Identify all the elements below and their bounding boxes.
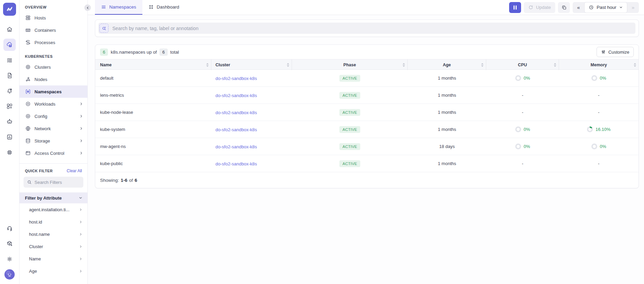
sidebar-item-access-control[interactable]: Access Control (19, 147, 87, 159)
attribute-item-agent-installation[interactable]: agent.installation.ti... (19, 203, 87, 216)
rail-document-icon[interactable] (3, 69, 16, 82)
attribute-item-cluster[interactable]: Cluster (19, 240, 87, 253)
sidebar-item-workloads[interactable]: Workloads (19, 98, 87, 110)
column-header-age[interactable]: Age (408, 59, 486, 70)
table-row[interactable]: default do-sfo2-sandbox-k8s ACTIVE 1 mon… (95, 70, 639, 87)
attribute-label: Name (29, 256, 41, 261)
column-header-phase[interactable]: Phase (292, 59, 408, 70)
user-avatar[interactable] (3, 268, 16, 281)
middleware-logo[interactable] (3, 3, 16, 16)
filter-search-input[interactable] (34, 180, 75, 185)
logo-wave-icon (6, 5, 13, 13)
chevron-right-icon (79, 114, 83, 118)
tab-dashboard[interactable]: Dashboard (142, 0, 185, 15)
rail-addons-icon[interactable] (3, 238, 16, 250)
column-header-cpu[interactable]: CPU (486, 59, 559, 70)
time-forward-button[interactable]: » (627, 2, 639, 13)
network-icon (25, 125, 31, 132)
table-row[interactable]: kube-node-lease do-sfo2-sandbox-k8s ACTI… (95, 104, 639, 121)
rail-integrations-icon[interactable] (3, 100, 16, 112)
customize-button[interactable]: Customize (597, 47, 634, 57)
rail-reports-icon[interactable] (3, 131, 16, 143)
attribute-item-name[interactable]: Name (19, 253, 87, 265)
sidebar-item-processes[interactable]: Processes (19, 36, 87, 49)
attribute-item-age[interactable]: Age (19, 265, 87, 277)
cluster-link[interactable]: do-sfo2-sandbox-k8s (215, 127, 257, 132)
tab-label: Dashboard (157, 4, 179, 10)
showing-label: Showing: (100, 178, 119, 183)
table-row[interactable]: kube-system do-sfo2-sandbox-k8s ACTIVE 1… (95, 121, 639, 138)
shown-count-badge: 6 (100, 49, 108, 56)
filter-by-attribute-header[interactable]: Filter by Attribute (19, 192, 87, 203)
sort-icon[interactable] (554, 63, 556, 67)
filter-search-box[interactable] (24, 177, 83, 188)
rail-home-icon[interactable] (3, 23, 16, 36)
config-icon (25, 113, 31, 119)
table-row[interactable]: mw-agent-ns do-sfo2-sandbox-k8s ACTIVE 1… (95, 138, 639, 155)
rail-assistant-icon[interactable] (3, 116, 16, 128)
sidebar-item-storage[interactable]: Storage (19, 135, 87, 147)
rail-infrastructure-icon[interactable] (3, 39, 16, 51)
cluster-link[interactable]: do-sfo2-sandbox-k8s (215, 161, 257, 166)
table-row[interactable]: lens-metrics do-sfo2-sandbox-k8s ACTIVE … (95, 87, 639, 104)
showing-total: 6 (135, 178, 137, 183)
ai-search-icon[interactable] (99, 24, 109, 33)
pause-button[interactable] (509, 2, 521, 13)
time-range-selector[interactable]: Past hour (584, 2, 627, 13)
sort-icon[interactable] (481, 63, 484, 67)
clear-all-link[interactable]: Clear All (67, 168, 82, 173)
cpu-ring-icon (515, 144, 521, 149)
copy-button[interactable] (558, 2, 570, 13)
sidebar-item-namespaces[interactable]: Namespaces (19, 85, 87, 98)
sidebar: OVERVIEW Hosts Containers Processes KUBE… (19, 0, 88, 284)
quick-filter-title: QUICK FILTER (25, 169, 53, 173)
table-row[interactable]: kube-public do-sfo2-sandbox-k8s ACTIVE 1… (95, 155, 639, 172)
sidebar-item-config[interactable]: Config (19, 110, 87, 122)
sidebar-item-hosts[interactable]: Hosts (19, 12, 87, 24)
sidebar-item-network[interactable]: Network (19, 122, 87, 135)
summary-label: k8s.namespaces up of (111, 50, 157, 55)
clock-icon (589, 5, 594, 10)
rail-support-icon[interactable] (3, 222, 16, 234)
cpu-metric: 0% (515, 75, 530, 81)
column-header-name[interactable]: Name (95, 59, 211, 70)
rail-alerts-icon[interactable] (3, 85, 16, 97)
phase-badge: ACTIVE (339, 75, 360, 82)
cpu-metric: 0% (515, 126, 530, 132)
attribute-item-host-id[interactable]: host.id (19, 216, 87, 228)
sidebar-item-clusters[interactable]: Clusters (19, 61, 87, 73)
update-button[interactable]: Update (524, 2, 556, 13)
sidebar-item-label: Clusters (34, 65, 51, 70)
cluster-link[interactable]: do-sfo2-sandbox-k8s (215, 93, 257, 98)
sidebar-item-containers[interactable]: Containers (19, 24, 87, 36)
sort-icon[interactable] (634, 63, 636, 67)
table-footer: Showing: 1-6 of 6 (95, 172, 639, 188)
main-search-input[interactable] (109, 26, 635, 31)
sort-icon[interactable] (403, 63, 405, 67)
rail-settings-icon[interactable] (3, 253, 16, 265)
pause-icon (514, 5, 515, 10)
rail-logs-icon[interactable] (3, 54, 16, 66)
containers-icon (25, 27, 31, 33)
sort-icon[interactable] (287, 63, 289, 67)
attribute-label: agent.installation.ti... (29, 207, 70, 212)
time-back-button[interactable]: « (573, 2, 584, 13)
tab-namespaces[interactable]: Namespaces (95, 0, 142, 15)
cluster-link[interactable]: do-sfo2-sandbox-k8s (215, 110, 257, 115)
cluster-link[interactable]: do-sfo2-sandbox-k8s (215, 144, 257, 149)
age-value: 1 months (408, 76, 486, 81)
sort-icon[interactable] (206, 63, 209, 67)
sidebar-collapse-button[interactable] (84, 4, 91, 11)
column-header-cluster[interactable]: Cluster (211, 59, 292, 70)
sidebar-item-label: Namespaces (34, 89, 62, 94)
rail-resources-icon[interactable] (3, 146, 16, 159)
attribute-label: Age (29, 269, 37, 274)
sidebar-item-nodes[interactable]: Nodes (19, 73, 87, 85)
column-header-memory[interactable]: Memory (559, 59, 639, 70)
phase-badge: ACTIVE (339, 92, 360, 99)
app-window: OVERVIEW Hosts Containers Processes KUBE… (0, 0, 644, 284)
sidebar-item-label: Storage (34, 138, 76, 144)
search-bar[interactable] (98, 23, 635, 34)
cluster-link[interactable]: do-sfo2-sandbox-k8s (215, 76, 257, 81)
attribute-item-host-name[interactable]: host.name (19, 228, 87, 240)
